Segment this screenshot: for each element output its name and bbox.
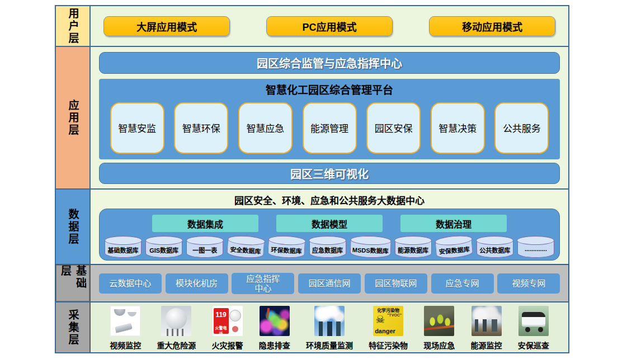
collect-item: 隐患排查 bbox=[259, 306, 290, 351]
architecture-diagram: 用户层 大屏应用模式 PC应用模式 移动应用模式 应用层 园区综合监管与应急指挥… bbox=[0, 0, 627, 364]
big-data-center-title: 园区安全、环境、应急和公共服务大数据中心 bbox=[99, 191, 560, 209]
module-card[interactable]: 能源管理 bbox=[303, 102, 357, 154]
collection-layer-row: 采集层 视频监控 bbox=[55, 301, 569, 353]
video-camera-icon bbox=[110, 306, 140, 336]
user-layer-row: 用户层 大屏应用模式 PC应用模式 移动应用模式 bbox=[55, 5, 569, 47]
database-cylinder[interactable]: 安全数据库 bbox=[227, 240, 265, 259]
database-cylinder-label: 安全数据库 bbox=[229, 240, 263, 256]
app-mode-button[interactable]: 大屏应用模式 bbox=[103, 16, 230, 36]
data-process-button[interactable]: 数据集成 bbox=[152, 215, 258, 232]
fire-alarm-icon: 119 火警电话 bbox=[213, 306, 243, 336]
layer-label-user-text: 用户层 bbox=[65, 8, 81, 45]
collect-item-label: 火灾报警 bbox=[212, 339, 243, 351]
collect-item: 现场应急 bbox=[423, 306, 455, 351]
infrastructure-layer-row: 基础层 云数据中心 模块化机房 应急指挥 中心 园区通信网 园区物联网 应急专网… bbox=[55, 264, 569, 302]
database-cylinder-label: 基础数据库 bbox=[107, 241, 139, 254]
database-cylinder-label: 一图一表 bbox=[188, 241, 221, 254]
collect-item: 化学污染物 "TVOC" danger 特征污染物 bbox=[369, 306, 408, 351]
module-card[interactable]: 公共服务 bbox=[494, 102, 549, 154]
infra-item-button[interactable]: 园区物联网 bbox=[365, 273, 427, 294]
collect-item: 119 火警电话 火灾报警 bbox=[212, 306, 243, 351]
database-cylinder-label: 应急数据库 bbox=[312, 241, 344, 254]
layer-label-user: 用户层 bbox=[56, 6, 91, 46]
module-cards-row: 智慧安监 智慧环保 智慧应急 能源管理 园区安保 智慧决策 公共服务 bbox=[99, 97, 560, 160]
energy-plant-icon bbox=[472, 306, 502, 336]
infrastructure-layer-content: 云数据中心 模块化机房 应急指挥 中心 园区通信网 园区物联网 应急专网 视频专… bbox=[91, 265, 568, 301]
app-mode-button[interactable]: 移动应用模式 bbox=[429, 16, 555, 36]
platform-title: 智慧化工园区综合管理平台 bbox=[99, 79, 560, 97]
infra-item-button[interactable]: 园区通信网 bbox=[298, 273, 361, 294]
collect-item: 能源监控 bbox=[471, 306, 502, 351]
collect-item: 重大危险源 bbox=[157, 306, 196, 351]
app-layer-row: 应用层 园区综合监管与应急指挥中心 智慧化工园区综合管理平台 智慧安监 智慧环保… bbox=[55, 46, 569, 190]
data-center-box: 数据集成 数据模型 数据治理 基础数据库 bbox=[99, 209, 560, 261]
layer-label-infra-text: 基础层 bbox=[58, 265, 88, 301]
app-layer-content: 园区综合监管与应急指挥中心 智慧化工园区综合管理平台 智慧安监 智慧环保 智慧应… bbox=[91, 47, 568, 188]
layer-label-collect-text: 采集层 bbox=[65, 309, 81, 346]
database-cylinder[interactable]: 安保数据库 bbox=[435, 239, 473, 259]
photo-text-top: 化学污染物 bbox=[373, 307, 403, 313]
layer-label-app: 应用层 bbox=[56, 47, 91, 188]
infra-item-button[interactable]: 应急指挥 中心 bbox=[232, 273, 294, 294]
data-process-button[interactable]: 数据治理 bbox=[400, 215, 507, 232]
command-center-bar[interactable]: 园区综合监管与应急指挥中心 bbox=[99, 52, 560, 74]
module-card[interactable]: 智慧决策 bbox=[431, 102, 485, 154]
database-cylinder[interactable]: MSDS数据库 bbox=[350, 240, 391, 259]
module-card[interactable]: 智慧应急 bbox=[238, 102, 293, 154]
visualization-bar[interactable]: 园区三维可视化 bbox=[99, 163, 560, 184]
database-cylinder-label: 安保数据库 bbox=[437, 240, 470, 256]
database-cylinder[interactable]: 能源数据库 bbox=[395, 241, 432, 258]
database-cylinder[interactable]: GIS数据库 bbox=[145, 241, 182, 258]
database-cylinder-label: 公共数据库 bbox=[479, 241, 511, 254]
data-process-row: 数据集成 数据模型 数据治理 bbox=[103, 215, 555, 232]
layer-label-data: 数据层 bbox=[56, 190, 91, 264]
database-row: 基础数据库 GIS数据库 一图一表 安全数据库 bbox=[103, 234, 555, 258]
data-process-button[interactable]: 数据模型 bbox=[276, 215, 383, 232]
patrol-cart-icon bbox=[518, 306, 549, 336]
app-mode-button[interactable]: PC应用模式 bbox=[266, 16, 393, 36]
platform-box: 智慧化工园区综合管理平台 智慧安监 智慧环保 智慧应急 能源管理 园区安保 bbox=[99, 79, 560, 160]
collect-item-label: 隐患排查 bbox=[259, 339, 290, 351]
module-card[interactable]: 智慧安监 bbox=[110, 102, 164, 154]
database-cylinder-label: 环保数据库 bbox=[270, 240, 303, 256]
infra-item-button[interactable]: 视频专网 bbox=[497, 273, 560, 294]
collect-item-label: 特征污染物 bbox=[369, 339, 408, 351]
collect-item: 安保巡查 bbox=[518, 306, 549, 351]
danger-sign-icon: 化学污染物 "TVOC" danger bbox=[373, 306, 403, 336]
module-card[interactable]: 园区安保 bbox=[366, 102, 421, 154]
hazard-map-icon bbox=[260, 306, 290, 336]
collection-layer-content: 视频监控 重大危险源 119 bbox=[91, 302, 568, 352]
photo-text-bottom: danger bbox=[375, 328, 395, 334]
photo-text-top: 119 bbox=[214, 311, 229, 319]
data-layer-row: 数据层 园区安全、环境、应急和公共服务大数据中心 数据集成 数据模型 数据治理 bbox=[55, 188, 569, 265]
collect-item-label: 环境质量监测 bbox=[306, 339, 353, 351]
database-cylinder[interactable]: 公共数据库 bbox=[477, 241, 513, 258]
layer-label-collect: 采集层 bbox=[56, 302, 91, 352]
collect-item-label: 能源监控 bbox=[471, 339, 502, 351]
smokestack-icon bbox=[314, 306, 345, 336]
infra-item-button[interactable]: 云数据中心 bbox=[99, 273, 162, 294]
user-layer-content: 大屏应用模式 PC应用模式 移动应用模式 bbox=[91, 6, 568, 46]
collect-item-label: 重大危险源 bbox=[157, 339, 196, 351]
database-cylinder-label: ............. bbox=[520, 241, 552, 252]
data-layer-content: 园区安全、环境、应急和公共服务大数据中心 数据集成 数据模型 数据治理 bbox=[91, 190, 568, 264]
collect-item: 环境质量监测 bbox=[306, 306, 353, 351]
collect-item-label: 现场应急 bbox=[423, 339, 455, 351]
collect-item-label: 视频监控 bbox=[110, 339, 141, 351]
collect-item-label: 安保巡查 bbox=[518, 339, 549, 351]
database-cylinder[interactable]: 一图一表 bbox=[186, 241, 223, 258]
module-card[interactable]: 智慧环保 bbox=[174, 102, 228, 154]
database-cylinder[interactable]: 环保数据库 bbox=[268, 240, 305, 258]
database-cylinder[interactable]: ............. bbox=[517, 241, 554, 258]
layer-label-data-text: 数据层 bbox=[65, 209, 81, 245]
collect-item: 视频监控 bbox=[110, 306, 141, 351]
infra-item-button[interactable]: 应急专网 bbox=[431, 273, 494, 294]
photo-text-bottom: 火警电话 bbox=[214, 325, 229, 336]
layered-diagram: 用户层 大屏应用模式 PC应用模式 移动应用模式 应用层 园区综合监管与应急指挥… bbox=[55, 5, 569, 353]
infra-item-button[interactable]: 模块化机房 bbox=[166, 273, 228, 294]
database-cylinder-label: GIS数据库 bbox=[148, 241, 180, 254]
database-cylinder[interactable]: 应急数据库 bbox=[309, 241, 346, 258]
database-cylinder-label: MSDS数据库 bbox=[352, 240, 389, 255]
hazmat-team-icon bbox=[424, 306, 454, 336]
database-cylinder[interactable]: 基础数据库 bbox=[105, 241, 142, 258]
